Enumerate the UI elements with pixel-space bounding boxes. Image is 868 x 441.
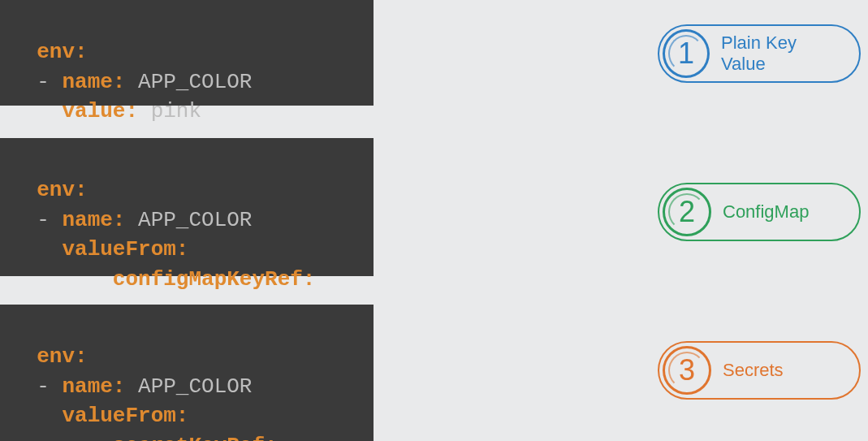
code-content: env: - name: APP_COLOR value: pink — [11, 40, 252, 123]
badge-number: 1 — [678, 37, 694, 71]
code-block-plain-kv: env: - name: APP_COLOR value: pink — [0, 0, 374, 106]
badge-label: Secrets — [723, 360, 784, 381]
badge-label: Plain Key Value — [721, 32, 841, 75]
badge-label: ConfigMap — [723, 201, 809, 223]
badge-number: 3 — [679, 353, 695, 387]
badge-configmap: 2 ConfigMap — [658, 183, 861, 241]
code-content: env: - name: APP_COLOR valueFrom: secret… — [11, 344, 278, 441]
code-content: env: - name: APP_COLOR valueFrom: config… — [11, 178, 315, 291]
code-block-configmap: env: - name: APP_COLOR valueFrom: config… — [0, 138, 374, 276]
badge-plain-key-value: 1 Plain Key Value — [658, 24, 861, 83]
badge-number-icon: 1 — [663, 29, 710, 78]
badge-number-icon: 2 — [663, 188, 711, 236]
badge-secrets: 3 Secrets — [658, 341, 861, 400]
code-block-secret: env: - name: APP_COLOR valueFrom: secret… — [0, 305, 374, 441]
badge-number: 2 — [679, 195, 695, 229]
badge-number-icon: 3 — [663, 346, 711, 395]
